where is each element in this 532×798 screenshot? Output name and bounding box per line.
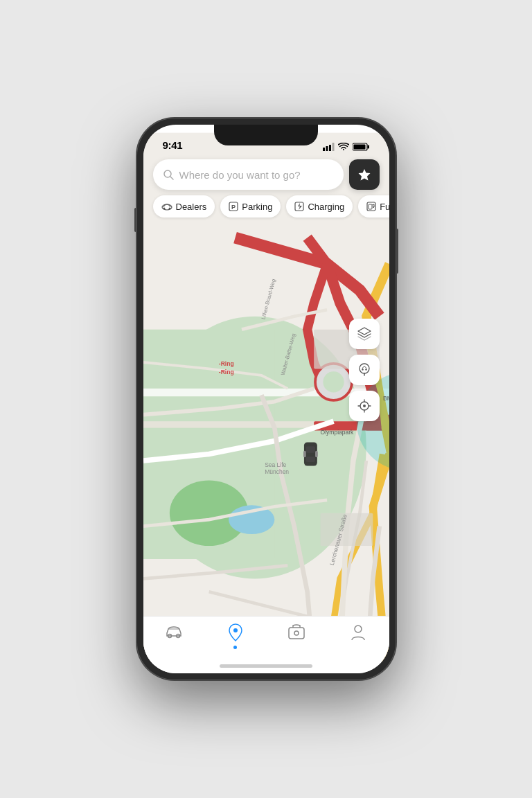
phone-screen: BMW Museum Olympiapark Sea Life München … [143, 125, 389, 673]
svg-point-67 [363, 405, 366, 407]
tab-map[interactable] [204, 623, 266, 649]
chip-fuel-label: Fuel [380, 202, 389, 212]
battery-icon [353, 143, 370, 151]
fuel-icon [366, 202, 376, 211]
car-tab-icon [164, 623, 184, 639]
svg-line-51 [170, 177, 173, 179]
svg-rect-46 [332, 143, 334, 151]
svg-text:-Ring: -Ring [218, 360, 233, 367]
chip-charging-label: Charging [308, 202, 344, 212]
search-bar-container: Where do you want to go? [153, 159, 380, 190]
home-indicator [220, 664, 312, 668]
services-tab-icon [287, 623, 305, 640]
tab-car[interactable] [143, 623, 205, 639]
status-icons [323, 143, 370, 151]
status-time: 9:41 [163, 139, 183, 151]
svg-point-54 [163, 208, 165, 210]
svg-text:Olympiapark: Olympiapark [320, 429, 353, 436]
svg-rect-24 [305, 446, 314, 452]
signal-icon [323, 143, 335, 151]
tab-services[interactable] [266, 623, 328, 640]
layers-icon [357, 326, 372, 342]
svg-rect-45 [329, 145, 331, 151]
svg-rect-26 [303, 451, 305, 457]
svg-text:-Ring: -Ring [218, 369, 233, 375]
layers-button[interactable] [349, 319, 380, 349]
svg-point-62 [360, 364, 369, 373]
search-icon [163, 169, 174, 180]
svg-rect-43 [323, 148, 325, 151]
svg-rect-25 [305, 456, 314, 462]
filter-chips: Dealers P Parking Charging [153, 195, 389, 218]
svg-point-76 [294, 631, 299, 635]
chip-fuel[interactable]: Fuel [358, 195, 389, 218]
notch [214, 125, 318, 145]
svg-rect-48 [367, 145, 369, 149]
svg-text:P: P [231, 204, 236, 211]
charging-icon [294, 202, 304, 211]
map-pin-tab-icon [228, 623, 243, 641]
svg-rect-49 [353, 145, 365, 150]
tab-map-indicator [233, 646, 237, 649]
svg-rect-44 [326, 146, 328, 151]
svg-rect-75 [289, 628, 304, 639]
svg-point-63 [362, 369, 363, 370]
svg-point-64 [365, 369, 366, 370]
location-crosshair-icon [357, 398, 372, 414]
my-location-button[interactable] [349, 391, 380, 421]
chip-dealers-label: Dealers [176, 202, 207, 212]
chip-dealers[interactable]: Dealers [153, 195, 215, 218]
car-location-button[interactable] [349, 355, 380, 385]
svg-text:BMW Museum: BMW Museum [383, 395, 389, 402]
search-bar[interactable]: Where do you want to go? [153, 159, 344, 190]
chip-parking-label: Parking [242, 202, 272, 212]
svg-point-74 [233, 628, 238, 632]
tab-profile[interactable] [328, 623, 389, 641]
parking-icon: P [229, 202, 238, 211]
svg-marker-61 [358, 328, 371, 335]
svg-rect-60 [369, 204, 372, 209]
mini-car-icon [161, 202, 172, 211]
favorites-button[interactable] [349, 159, 380, 190]
profile-tab-icon [351, 623, 366, 641]
svg-rect-27 [315, 451, 318, 457]
search-placeholder: Where do you want to go? [179, 169, 301, 181]
wifi-icon [338, 143, 349, 151]
svg-point-10 [323, 371, 344, 392]
car-location-icon [357, 362, 372, 378]
map-controls [349, 319, 380, 421]
svg-marker-52 [358, 169, 370, 181]
chip-parking[interactable]: P Parking [220, 195, 281, 218]
phone-frame: BMW Museum Olympiapark Sea Life München … [136, 118, 396, 680]
svg-point-77 [355, 626, 362, 632]
chip-charging[interactable]: Charging [286, 195, 353, 218]
svg-text:Sea Life: Sea Life [265, 461, 286, 468]
svg-point-55 [168, 208, 170, 210]
star-icon [357, 168, 371, 181]
svg-text:München: München [265, 468, 289, 475]
